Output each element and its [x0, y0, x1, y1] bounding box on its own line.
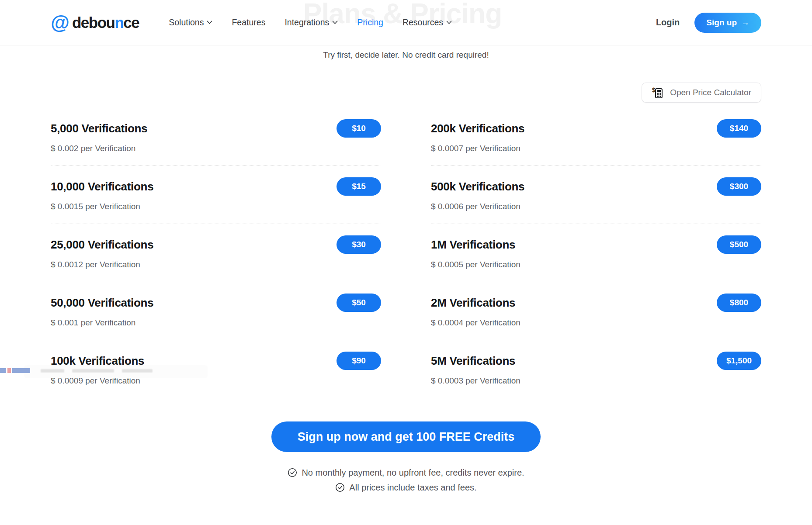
plan-unit-price: $ 0.0003 per Verification: [431, 376, 761, 386]
plan-row-10000: 10,000 Verifications $15 $ 0.0015 per Ve…: [51, 166, 381, 224]
plan-name: 2M Verifications: [431, 296, 515, 310]
plan-name: 5,000 Verifications: [51, 122, 147, 135]
header-actions: Login Sign up →: [656, 13, 761, 33]
plan-row-2m: 2M Verifications $800 $ 0.0004 per Verif…: [431, 282, 761, 340]
nav-label-resources: Resources: [403, 17, 443, 28]
plan-unit-price: $ 0.0006 per Verification: [431, 202, 761, 211]
nav-label-pricing: Pricing: [357, 17, 383, 28]
logo-text-before: debou: [72, 14, 115, 31]
price-pill[interactable]: $300: [717, 177, 761, 196]
pricing-page: Try first, decide later. No credit card …: [0, 0, 812, 495]
plan-unit-price: $ 0.001 per Verification: [51, 318, 381, 328]
chevron-down-icon: [332, 21, 338, 24]
nav-item-solutions[interactable]: Solutions: [169, 17, 212, 28]
logo-wordmark: debounce: [72, 14, 139, 31]
plan-row-500k: 500k Verifications $300 $ 0.0006 per Ver…: [431, 166, 761, 224]
open-price-calculator-label: Open Price Calculator: [670, 88, 751, 97]
signup-button-label: Sign up: [706, 18, 737, 28]
nav-label-solutions: Solutions: [169, 17, 204, 28]
note-text: No monthly payment, no upfront fee, cred…: [302, 465, 524, 480]
plan-unit-price: $ 0.0012 per Verification: [51, 260, 381, 269]
plan-unit-price: $ 0.0005 per Verification: [431, 260, 761, 269]
plan-row-50000: 50,000 Verifications $50 $ 0.001 per Ver…: [51, 282, 381, 340]
plan-name: 25,000 Verifications: [51, 238, 153, 252]
hero-subtitle: Try first, decide later. No credit card …: [0, 50, 812, 60]
plans-column-left: 5,000 Verifications $10 $ 0.002 per Veri…: [51, 119, 381, 398]
note-text: All prices include taxes and fees.: [349, 480, 476, 495]
chevron-down-icon: [207, 21, 212, 24]
price-pill[interactable]: $140: [717, 119, 761, 138]
nav-label-integrations: Integrations: [285, 17, 329, 28]
logo-text-accent: n: [115, 14, 123, 31]
plan-name: 1M Verifications: [431, 238, 515, 252]
plan-unit-price: $ 0.0009 per Verification: [51, 376, 381, 386]
plan-name: 5M Verifications: [431, 354, 515, 368]
plan-row-5m: 5M Verifications $1,500 $ 0.0003 per Ver…: [431, 340, 761, 398]
price-pill[interactable]: $800: [717, 294, 761, 312]
nav-item-features[interactable]: Features: [232, 17, 265, 28]
plan-row-5000: 5,000 Verifications $10 $ 0.002 per Veri…: [51, 119, 381, 166]
pricing-notes: No monthly payment, no upfront fee, cred…: [0, 465, 812, 495]
arrow-right-icon: →: [741, 18, 750, 28]
check-circle-icon: [335, 483, 345, 492]
plan-unit-price: $ 0.0004 per Verification: [431, 318, 761, 328]
price-pill[interactable]: $15: [337, 177, 381, 196]
check-circle-icon: [288, 468, 297, 477]
price-pill[interactable]: $30: [337, 235, 381, 254]
site-header: @ debounce Solutions Features Integratio…: [0, 0, 812, 45]
logo-text-after: ce: [123, 14, 139, 31]
plan-unit-price: $ 0.0015 per Verification: [51, 202, 381, 211]
nav-item-integrations[interactable]: Integrations: [285, 17, 338, 28]
main-nav: Solutions Features Integrations Pricing …: [169, 17, 452, 28]
price-pill[interactable]: $500: [717, 235, 761, 254]
price-calculator-icon: $: [652, 86, 664, 99]
signup-button[interactable]: Sign up →: [694, 13, 761, 33]
plans-list: 5,000 Verifications $10 $ 0.002 per Veri…: [51, 119, 761, 398]
price-pill[interactable]: $50: [337, 294, 381, 312]
plan-row-1m: 1M Verifications $500 $ 0.0005 per Verif…: [431, 224, 761, 282]
logo[interactable]: @ debounce: [51, 13, 139, 32]
plan-name: 500k Verifications: [431, 180, 524, 193]
plan-name: 10,000 Verifications: [51, 180, 153, 193]
plan-name: 200k Verifications: [431, 122, 524, 135]
plan-row-200k: 200k Verifications $140 $ 0.0007 per Ver…: [431, 119, 761, 166]
plan-unit-price: $ 0.002 per Verification: [51, 144, 381, 153]
signup-free-credits-button[interactable]: Sign up now and get 100 FREE Credits: [271, 421, 541, 452]
price-pill[interactable]: $1,500: [717, 352, 761, 370]
nav-item-pricing[interactable]: Pricing: [357, 17, 383, 28]
plan-name: 100k Verifications: [51, 354, 144, 368]
svg-text:$: $: [652, 86, 656, 93]
plan-row-100k: 100k Verifications $90 $ 0.0009 per Veri…: [51, 340, 381, 398]
plan-name: 50,000 Verifications: [51, 296, 153, 310]
note-line: All prices include taxes and fees.: [0, 480, 812, 495]
note-line: No monthly payment, no upfront fee, cred…: [0, 465, 812, 480]
nav-item-resources[interactable]: Resources: [403, 17, 452, 28]
nav-label-features: Features: [232, 17, 265, 28]
logo-at-icon: @: [51, 13, 69, 32]
price-pill[interactable]: $90: [337, 352, 381, 370]
price-pill[interactable]: $10: [337, 119, 381, 138]
plan-row-25000: 25,000 Verifications $30 $ 0.0012 per Ve…: [51, 224, 381, 282]
chevron-down-icon: [446, 21, 452, 24]
open-price-calculator-button[interactable]: $ Open Price Calculator: [642, 83, 761, 103]
plans-column-right: 200k Verifications $140 $ 0.0007 per Ver…: [431, 119, 761, 398]
plan-unit-price: $ 0.0007 per Verification: [431, 144, 761, 153]
login-link[interactable]: Login: [656, 17, 680, 28]
